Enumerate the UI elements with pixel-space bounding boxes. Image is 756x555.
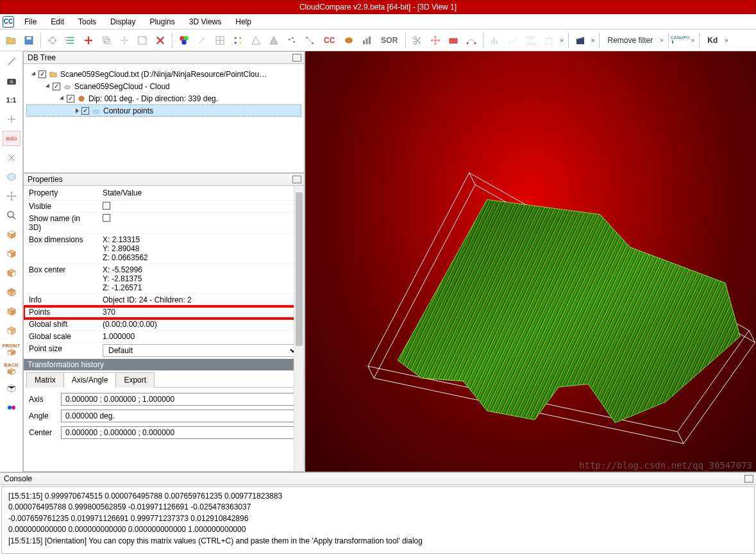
view-side-icon[interactable] [3,265,21,281]
connect-icon[interactable] [301,32,318,49]
tree-checkbox[interactable]: ✓ [67,95,74,103]
toolbar-more-1[interactable]: » [559,37,565,44]
tab-axis-angle[interactable]: Axis/Angle [63,372,117,388]
view-front-icon[interactable] [3,246,21,261]
move-icon[interactable] [3,188,21,204]
tree-item[interactable]: ✓Contour points [26,104,301,117]
translate-icon[interactable] [427,32,444,49]
point-size-select[interactable]: Default [103,344,299,357]
segment-icon[interactable] [445,32,462,49]
trace-icon[interactable] [463,32,480,49]
console-header[interactable]: Console [0,472,756,485]
tab-export[interactable]: Export [115,372,155,388]
remove-filter-button[interactable]: Remove filter [603,32,657,49]
crop-icon[interactable] [283,32,300,49]
3d-viewport[interactable]: http://blog.csdn.net/qq_30547073 [305,51,756,472]
menu-tools[interactable]: Tools [72,15,103,28]
tree-expand-icon[interactable] [60,95,65,101]
menu-help[interactable]: Help [229,15,258,28]
console-output[interactable]: [15:51:15] 0.999970674515 0.000076495788… [1,486,755,554]
rotate-icon[interactable] [3,150,21,165]
menu-plugins[interactable]: Plugins [143,15,181,28]
tree-item[interactable]: ✓Scane059SegCloud.txt (D:/Ninja/NinjaRes… [26,68,301,80]
toolbar-more-2[interactable]: » [590,37,596,44]
db-tree[interactable]: ✓Scane059SegCloud.txt (D:/Ninja/NinjaRes… [23,64,305,173]
wand-icon[interactable] [3,54,21,69]
zoom-icon[interactable] [3,208,21,223]
menu-3dviews[interactable]: 3D Views [183,15,228,28]
list-icon[interactable] [62,32,79,49]
axis-input[interactable] [61,393,299,406]
tree-expand-icon[interactable] [46,83,51,89]
stats-icon[interactable] [358,32,375,49]
center-input[interactable] [61,426,299,439]
one-to-one-button[interactable]: 1:1 [3,92,21,108]
properties-header[interactable]: Properties [23,173,305,186]
pick-icon[interactable] [44,32,61,49]
normals-icon[interactable] [194,32,210,49]
octree-icon[interactable] [212,32,228,49]
histogram-icon[interactable] [487,32,503,49]
colors-icon[interactable] [176,32,192,49]
dbtree-header[interactable]: DB Tree [23,51,305,64]
iso2-icon[interactable] [3,381,21,396]
view-top-icon[interactable] [3,227,21,242]
restore-icon[interactable] [292,54,301,62]
blob-icon[interactable] [340,32,357,49]
cc-label-icon[interactable]: CC [319,32,339,49]
view-bottom-icon[interactable] [3,285,21,300]
sample-icon[interactable] [265,32,282,49]
menu-file[interactable]: File [18,15,43,28]
save-icon[interactable] [21,32,37,49]
tree-checkbox[interactable]: ✓ [53,83,60,90]
properties-scrollbar[interactable] [294,186,304,471]
tree-expand-icon[interactable] [31,71,37,77]
view-left-icon[interactable] [3,323,21,338]
merge-icon[interactable] [116,32,133,49]
scalar-icon[interactable] [230,32,246,49]
open-icon[interactable] [3,32,19,49]
watermark: http://blog.csdn.net/qq_30547073 [579,460,752,470]
graph-icon[interactable] [505,32,521,49]
toolbar-more-3[interactable]: » [659,37,665,44]
kd-button[interactable]: Kd [703,32,722,49]
tree-item[interactable]: ✓Scane059SegCloud - Cloud [26,80,301,92]
toolbar-more-4[interactable]: » [690,37,696,44]
view-back-label[interactable]: BACK [3,361,21,377]
clone-icon[interactable] [98,32,115,49]
tree-item[interactable]: ✓Dip: 001 deg. - Dip direction: 339 deg. [26,92,301,104]
subsample-icon[interactable] [134,32,151,49]
auto-pick-icon[interactable]: auto [3,131,21,146]
svg-rect-33 [496,40,498,44]
restore-icon[interactable] [744,475,753,483]
canupo-icon[interactable]: CANUPO⬇ [672,32,689,49]
flickr-icon[interactable] [3,400,21,415]
menu-display[interactable]: Display [104,15,142,28]
iso1-icon[interactable] [3,169,21,185]
tree-expand-icon[interactable] [76,108,79,113]
delete-icon[interactable] [152,32,169,49]
clapper-icon[interactable] [572,32,589,49]
tree-checkbox[interactable]: ✓ [38,70,46,78]
svg-point-5 [66,42,67,44]
toolbar-more-5[interactable]: » [723,37,730,44]
tree-checkbox[interactable]: ✓ [81,107,89,115]
scissors-icon[interactable] [409,32,426,49]
center-label: Center [29,428,57,437]
property-checkbox[interactable] [103,202,110,210]
camera-icon[interactable] [3,73,21,88]
tab-matrix[interactable]: Matrix [26,372,64,388]
view-back-side-icon[interactable] [3,304,21,319]
menu-edit[interactable]: Edit [44,15,71,28]
trash-icon[interactable] [541,32,557,49]
view-front-label[interactable]: FRONT [3,342,21,358]
sor-button[interactable]: SOR [376,32,402,49]
restore-icon[interactable] [292,176,301,183]
property-key: Point size [24,343,97,359]
minmax-icon[interactable]: minmax [523,32,539,49]
add-point-icon[interactable] [80,32,97,49]
mesh-icon[interactable] [248,32,264,49]
center-icon[interactable] [3,112,21,127]
property-checkbox[interactable] [103,214,110,222]
angle-input[interactable] [61,410,299,422]
